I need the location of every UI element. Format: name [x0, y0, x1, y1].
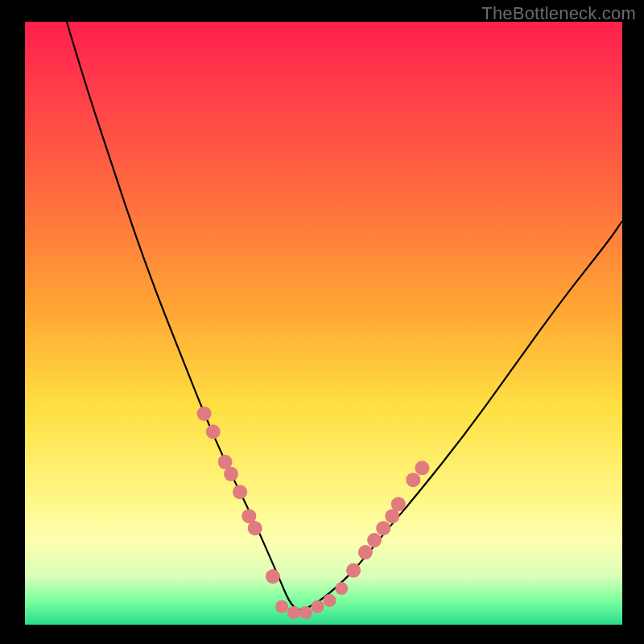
marker-dot: [233, 485, 247, 499]
marker-dot: [323, 594, 336, 607]
outer-frame: TheBottleneck.com: [0, 0, 644, 644]
marker-dot: [299, 606, 312, 619]
markers-valley: [275, 582, 348, 619]
markers-right-arm: [346, 460, 429, 577]
marker-dot: [266, 569, 280, 584]
marker-dot: [358, 545, 373, 559]
marker-dot: [275, 601, 288, 613]
marker-dot: [206, 424, 221, 439]
watermark-text: TheBottleneck.com: [481, 3, 636, 24]
marker-dot: [415, 460, 429, 475]
marker-dot: [197, 407, 212, 421]
markers-left-arm: [197, 407, 280, 584]
marker-dot: [346, 564, 361, 578]
marker-dot: [406, 473, 420, 487]
marker-dot: [391, 497, 406, 511]
chart-svg: [25, 22, 622, 625]
marker-dot: [376, 521, 390, 535]
marker-dot: [367, 533, 382, 547]
marker-dot: [248, 521, 262, 535]
plot-area: [25, 22, 622, 625]
marker-dot: [312, 601, 324, 613]
marker-dot: [287, 606, 300, 619]
marker-dot: [224, 467, 238, 481]
marker-dot: [335, 582, 348, 595]
bottleneck-curve: [67, 22, 622, 610]
